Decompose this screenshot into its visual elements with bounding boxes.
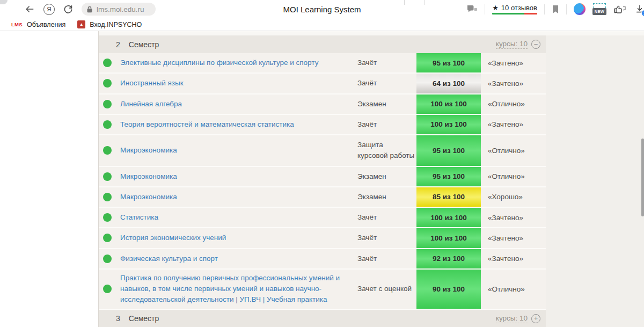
page-title: MOI Learning System (283, 5, 361, 14)
score-badge: 100 из 100 (416, 95, 481, 114)
semester-number: 2 (116, 40, 120, 49)
course-status-dot (103, 172, 112, 181)
course-link[interactable]: Статистика (112, 209, 357, 226)
course-row: Элективные дисциплины по физической куль… (99, 53, 546, 74)
bookmark-item-inpsycho[interactable]: ▲ Вход.INPSYCHO (71, 18, 148, 31)
course-row: Иностранный язык Зачёт 64 из 100 «Зачтен… (99, 74, 546, 94)
toolbar-divider (566, 4, 567, 14)
semester-label: Семестр (129, 40, 159, 49)
assessment-type: Зачёт (357, 115, 416, 134)
tab-edge-hint (404, 0, 405, 5)
grade-text: «Зачтено» (481, 59, 546, 67)
lock-icon[interactable] (86, 6, 93, 13)
course-link[interactable]: Макроэкономика (112, 188, 357, 206)
toolbar-divider (485, 4, 485, 14)
expand-icon[interactable]: + (531, 314, 540, 323)
course-row: Макроэкономика Экзамен 85 из 100 «Хорошо… (99, 187, 546, 208)
lms-favicon: LMS (11, 21, 23, 27)
bookmarks-bar: LMS Объявления ▲ Вход.INPSYCHO (0, 18, 644, 31)
messenger-icon[interactable] (466, 4, 478, 14)
score-badge: 95 из 100 (416, 167, 481, 186)
course-status-dot (103, 100, 112, 108)
score-badge: 95 из 100 (416, 135, 481, 166)
grade-text: «Зачтено» (481, 79, 546, 88)
browser-toolbar: Я lms.moi.edu.ru MOI Learning System (0, 0, 644, 18)
screenshot-tool-icon[interactable]: NEW (592, 3, 606, 15)
grade-text: «Отлично» (481, 147, 546, 155)
browser-window: Я lms.moi.edu.ru MOI Learning System (0, 0, 644, 327)
course-row: Статистика Зачёт 100 из 100 «Зачтено» (99, 208, 546, 228)
course-link[interactable]: Элективные дисциплины по физической куль… (112, 54, 357, 71)
score-badge: 100 из 100 (416, 208, 481, 227)
course-link[interactable]: Иностранный язык (112, 75, 357, 92)
course-link[interactable]: Практика по получению первичных професси… (112, 270, 357, 309)
assessment-type: Зачёт (357, 74, 416, 93)
rating-bar (492, 13, 537, 14)
browser-chrome: Я lms.moi.edu.ru MOI Learning System (0, 0, 644, 31)
assessment-type: Зачет с оценкой (357, 279, 416, 299)
collapse-icon[interactable]: − (531, 40, 540, 49)
new-badge: NEW (592, 8, 606, 15)
course-status-dot (103, 213, 112, 222)
page-content: 2 Семестр курсы: 10 − Элективные дисципл… (0, 31, 644, 327)
site-reviews-button[interactable]: ★ 10 отзывов (492, 4, 537, 14)
reactions-thumbs-icon[interactable] (613, 4, 626, 14)
course-list: Элективные дисциплины по физической куль… (99, 53, 546, 310)
semester-header-current: 2 Семестр курсы: 10 − (99, 35, 546, 53)
assessment-type: Зачёт (357, 208, 416, 227)
grade-text: «Отлично» (481, 100, 546, 108)
course-status-dot (103, 255, 112, 263)
semester-grades-table: 2 Семестр курсы: 10 − Элективные дисципл… (99, 35, 546, 327)
score-badge: 92 из 100 (416, 249, 481, 268)
star-icon: ★ (492, 4, 499, 12)
score-badge: 90 из 100 (416, 270, 481, 309)
reviews-count: 10 отзывов (501, 4, 537, 12)
course-row: Теория вероятностей и математическая ста… (99, 115, 546, 135)
course-link[interactable]: Микроэкономика (112, 168, 357, 185)
previous-row-sliver (99, 31, 644, 35)
course-link[interactable]: Микроэкономика (112, 142, 357, 159)
bookmark-flag-icon[interactable] (552, 5, 559, 14)
assessment-type: Зачёт (357, 228, 416, 248)
bookmark-item-announcements[interactable]: LMS Объявления (5, 18, 71, 31)
course-link[interactable]: История экономических учений (112, 229, 357, 246)
yandex-home-button[interactable]: Я (43, 4, 55, 15)
course-row: Микроэкономика Защита курсовой работы 95… (99, 135, 546, 167)
extension-orb-icon[interactable] (574, 3, 586, 15)
course-link[interactable]: Физическая культура и спорт (112, 250, 357, 267)
semester-label: Семестр (129, 314, 159, 323)
course-status-dot (103, 234, 112, 242)
course-status-dot (103, 193, 112, 201)
refresh-button[interactable] (63, 4, 74, 14)
courses-count-link[interactable]: курсы: 10 (496, 40, 528, 49)
assessment-type: Экзамен (357, 167, 416, 186)
course-status-dot (103, 79, 112, 88)
address-bar[interactable]: lms.moi.edu.ru (82, 3, 156, 16)
score-badge: 85 из 100 (416, 187, 481, 207)
tab-edge-hint (425, 0, 425, 5)
inpsycho-favicon: ▲ (77, 20, 85, 28)
semester-collapse-control[interactable]: курсы: 10 − (496, 40, 540, 49)
bookmark-label: Вход.INPSYCHO (90, 21, 142, 28)
downloads-count-badge: 2 (641, 10, 644, 17)
page-scrollbar-thumb[interactable] (641, 139, 644, 216)
score-badge: 100 из 100 (416, 228, 481, 248)
course-row: История экономических учений Зачёт 100 и… (99, 228, 546, 249)
bookmark-label: Объявления (27, 21, 65, 28)
grade-text: «Отлично» (481, 285, 546, 293)
capture-frame-icon (593, 3, 606, 8)
downloads-button[interactable]: 2 (633, 3, 644, 16)
grade-text: «Отлично» (481, 172, 546, 180)
back-button[interactable] (24, 4, 35, 14)
courses-count-link[interactable]: курсы: 10 (496, 314, 528, 323)
grades-panel: 2 Семестр курсы: 10 − Элективные дисципл… (98, 31, 644, 327)
semester-header-next: 3 Семестр курсы: 10 + (99, 310, 546, 327)
score-badge: 100 из 100 (416, 115, 481, 134)
semester-expand-control[interactable]: курсы: 10 + (496, 314, 540, 323)
course-link[interactable]: Теория вероятностей и математическая ста… (112, 116, 357, 133)
course-link[interactable]: Линейная алгебра (112, 96, 357, 113)
url-text: lms.moi.edu.ru (97, 5, 144, 13)
course-row: Практика по получению первичных професси… (99, 270, 546, 310)
toolbar-divider (544, 4, 545, 14)
assessment-type: Защита курсовой работы (357, 135, 416, 166)
